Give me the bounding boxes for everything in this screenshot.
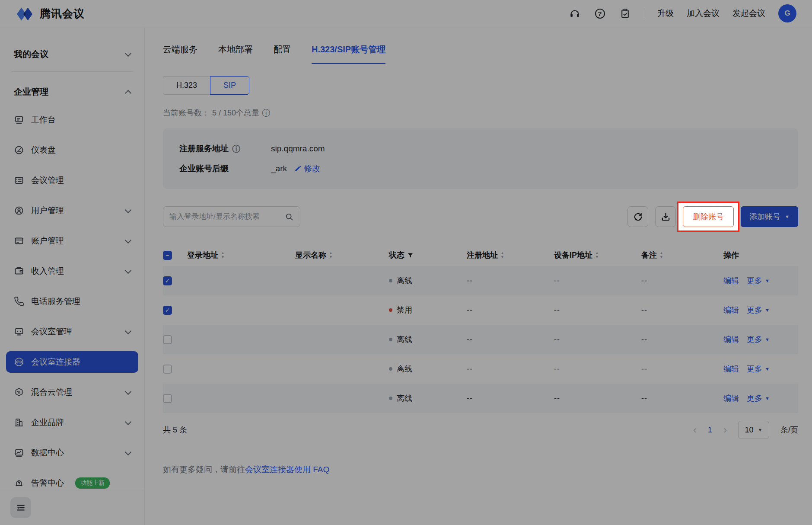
list-icon: [14, 175, 24, 186]
building-icon: [14, 417, 24, 428]
feature-new-badge: 功能上新: [75, 477, 110, 489]
toolbar-actions: 删除账号 添加账号 ▼: [627, 206, 798, 227]
status-text: 离线: [397, 364, 412, 374]
caret-down-icon: ▼: [765, 279, 770, 283]
row-checkbox[interactable]: ✓: [163, 306, 172, 315]
info-icon[interactable]: ⓘ: [232, 145, 240, 153]
col-display-name: 显示名称: [295, 250, 326, 260]
upgrade-link[interactable]: 升级: [657, 8, 674, 19]
quota-value: 5 / 150个总量: [212, 108, 259, 118]
sidebar-section-enterprise-management[interactable]: 企业管理: [6, 80, 138, 103]
link-icon: [14, 357, 24, 367]
sort-icon[interactable]: ▲▼: [500, 252, 504, 258]
sidebar-item-user-management[interactable]: 用户管理: [6, 200, 138, 221]
more-link[interactable]: 更多▼: [747, 334, 770, 345]
sidebar-item-room-connector[interactable]: 会议室连接器: [6, 351, 138, 373]
info-icon[interactable]: ⓘ: [262, 109, 270, 117]
row-checkbox[interactable]: [163, 394, 172, 403]
monitor-icon: [14, 327, 24, 337]
page-size-select[interactable]: 10 ▼: [738, 421, 769, 439]
register-address-value: --: [467, 365, 554, 374]
refresh-button[interactable]: [627, 206, 648, 227]
more-link[interactable]: 更多▼: [747, 305, 770, 315]
account-suffix-label: 企业账号后缀: [179, 163, 229, 174]
sort-icon[interactable]: ▲▼: [659, 252, 663, 258]
more-link[interactable]: 更多▼: [747, 393, 770, 403]
row-checkbox[interactable]: [163, 365, 172, 374]
quota-label: 当前账号数：: [163, 108, 210, 118]
edit-link[interactable]: 编辑: [723, 334, 739, 345]
start-meeting-link[interactable]: 发起会议: [732, 8, 765, 19]
modify-suffix-link[interactable]: 修改: [294, 163, 320, 174]
row-checkbox[interactable]: [163, 335, 172, 344]
total-count: 共 5 条: [163, 425, 187, 435]
chevron-down-icon: [125, 50, 132, 57]
sidebar-item-meeting-room-management[interactable]: 会议室管理: [6, 321, 138, 343]
sort-icon[interactable]: ▲▼: [221, 252, 225, 258]
main-content: 云端服务 本地部署 配置 H.323/SIP账号管理 H.323 SIP 当前账…: [145, 27, 812, 525]
protocol-segmented-control: H.323 SIP: [163, 76, 249, 95]
sidebar-item-alert-center[interactable]: 告警中心 功能上新: [6, 472, 138, 490]
current-page[interactable]: 1: [708, 426, 712, 435]
tencent-meeting-logo-icon: [16, 6, 34, 21]
tab-local-deployment[interactable]: 本地部署: [218, 44, 253, 64]
sidebar-item-meeting-management[interactable]: 会议管理: [6, 170, 138, 191]
delete-account-button[interactable]: 删除账号: [683, 206, 734, 227]
chevron-down-icon: [125, 327, 132, 334]
sidebar-item-phone-service-management[interactable]: 电话服务管理: [6, 291, 138, 312]
search-input[interactable]: [169, 212, 285, 221]
prev-page-icon[interactable]: ‹: [693, 425, 697, 435]
next-page-icon[interactable]: ›: [723, 425, 727, 435]
sidebar-item-hybrid-cloud-management[interactable]: 混合云管理: [6, 381, 138, 403]
sidebar-item-workbench[interactable]: 工作台: [6, 109, 138, 131]
accounts-table: – 登录地址▲▼ 显示名称▲▼ 状态 注册地址▲▼ 设备IP地址▲▼ 备注▲▼ …: [163, 244, 798, 413]
sidebar-item-enterprise-brand[interactable]: 企业品牌: [6, 412, 138, 433]
sidebar-item-dashboard[interactable]: 仪表盘: [6, 139, 138, 161]
sort-icon[interactable]: ▲▼: [595, 252, 599, 258]
caret-down-icon: ▼: [785, 214, 790, 219]
sidebar-item-account-management[interactable]: 账户管理: [6, 230, 138, 252]
edit-link[interactable]: 编辑: [723, 393, 739, 403]
note-value: --: [641, 276, 723, 285]
sidebar-item-data-center[interactable]: 数据中心: [6, 442, 138, 464]
feedback-clipboard-icon[interactable]: [619, 7, 631, 19]
faq-link[interactable]: 会议室连接器使用 FAQ: [245, 465, 329, 474]
table-toolbar: 删除账号 添加账号 ▼: [163, 206, 798, 227]
register-server-row: 注册服务地址 ⓘ sip.qqmra.com: [179, 143, 782, 154]
sidebar-section-my-meetings[interactable]: 我的会议: [6, 43, 138, 65]
edit-link[interactable]: 编辑: [723, 305, 739, 315]
user-avatar[interactable]: G: [778, 4, 796, 22]
device-ip-value: --: [554, 306, 641, 315]
tab-configuration[interactable]: 配置: [274, 44, 291, 64]
sidebar-footer: [0, 490, 144, 525]
tab-cloud-service[interactable]: 云端服务: [163, 44, 197, 64]
device-ip-value: --: [554, 335, 641, 344]
help-icon[interactable]: ?: [594, 7, 606, 19]
segment-h323[interactable]: H.323: [163, 76, 210, 95]
sidebar-collapse-button[interactable]: [10, 497, 31, 518]
status-dot: [389, 367, 392, 371]
edit-link[interactable]: 编辑: [723, 275, 739, 286]
add-account-button[interactable]: 添加账号 ▼: [741, 206, 798, 227]
support-headset-icon[interactable]: [569, 7, 581, 19]
search-icon[interactable]: [285, 212, 294, 221]
edit-link[interactable]: 编辑: [723, 364, 739, 374]
filter-icon[interactable]: [407, 252, 414, 259]
device-ip-value: --: [554, 394, 641, 403]
col-device-ip: 设备IP地址: [554, 250, 592, 260]
download-button[interactable]: [655, 206, 676, 227]
more-link[interactable]: 更多▼: [747, 275, 770, 286]
more-link[interactable]: 更多▼: [747, 364, 770, 374]
select-all-checkbox[interactable]: –: [163, 251, 172, 260]
tab-h323-sip-account-management[interactable]: H.323/SIP账号管理: [312, 44, 385, 64]
caret-down-icon: ▼: [765, 367, 770, 371]
header-divider: [644, 8, 644, 19]
sidebar-item-revenue-management[interactable]: 收入管理: [6, 260, 138, 282]
register-server-label: 注册服务地址: [179, 143, 229, 154]
row-checkbox[interactable]: ✓: [163, 276, 172, 285]
join-meeting-link[interactable]: 加入会议: [687, 8, 720, 19]
segment-sip[interactable]: SIP: [210, 76, 249, 95]
sort-icon[interactable]: ▲▼: [329, 252, 333, 258]
caret-down-icon: ▼: [758, 428, 763, 432]
device-ip-value: --: [554, 276, 641, 285]
